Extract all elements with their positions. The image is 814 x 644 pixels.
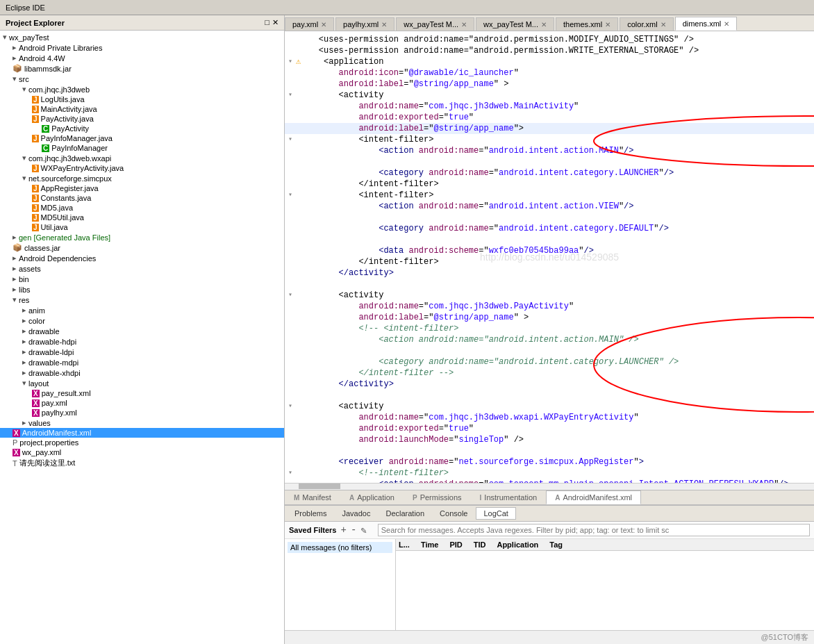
bottom-tab-application[interactable]: AApplication (340, 490, 404, 504)
tree-label-android-44w: Android 4.4W (19, 54, 65, 63)
tree-item-classes[interactable]: 📦classes.jar (0, 242, 284, 253)
tree-view[interactable]: ▾wx_payTest▸Android Private Libraries▸An… (0, 31, 284, 644)
tree-item-android-private[interactable]: ▸Android Private Libraries (0, 42, 284, 53)
logcat-col-header-app: Application (497, 540, 549, 549)
close-icon[interactable]: ✕ (272, 18, 279, 27)
tree-item-WXPayEntryActivity[interactable]: JWXPayEntryActivity.java (0, 163, 284, 173)
tree-item-wx_pay_xml[interactable]: Xwx_pay.xml (0, 447, 284, 457)
collapse-btn[interactable]: ▾ (285, 401, 296, 412)
tree-item-drawable-ldpi[interactable]: ▸drawable-ldpi (0, 347, 284, 357)
tree-label-assets: assets (19, 265, 41, 273)
tree-item-drawable[interactable]: ▸drawable (0, 326, 284, 336)
bottom-tab-permissions[interactable]: PPermissions (404, 490, 471, 504)
editor-tab-pay_xml[interactable]: pay.xml✕ (285, 17, 334, 31)
tab-close-wx_paytest_m1[interactable]: ✕ (461, 21, 467, 28)
tree-item-pay_xml[interactable]: Xpay.xml (0, 398, 284, 408)
tree-item-MainActivity[interactable]: JMainActivity.java (0, 104, 284, 114)
collapse-btn[interactable]: ▾ (285, 290, 296, 301)
tree-item-PayInfoManager_class[interactable]: CPayInfoManager (0, 143, 284, 153)
tree-item-drawable-xhdpi[interactable]: ▸drawable-xhdpi (0, 368, 284, 378)
tree-item-LogUtils[interactable]: JLogUtils.java (0, 94, 284, 104)
code-text: <category android:name="android.intent.c… (296, 356, 679, 368)
editor-tab-themes_xml[interactable]: themes.xml✕ (556, 17, 618, 31)
tree-item-AndroidManifest[interactable]: XAndroidManifest.xml (0, 428, 284, 438)
tree-label-gen: gen [Generated Java Files] (19, 233, 110, 242)
remove-filter-btn[interactable]: - (351, 525, 356, 536)
tree-item-drawable-hdpi[interactable]: ▸drawable-hdpi (0, 336, 284, 347)
editor-tab-paylhy_xml[interactable]: paylhy.xml✕ (335, 17, 394, 31)
logcat-tab-logcat[interactable]: LogCat (476, 507, 515, 520)
tree-item-Util[interactable]: JUtil.java (0, 222, 284, 232)
tab-close-themes_xml[interactable]: ✕ (605, 21, 610, 28)
logcat-search-input[interactable] (378, 524, 810, 536)
bottom-tabs[interactable]: MManifestAApplicationPPermissionsIInstru… (285, 490, 814, 505)
tree-item-readme[interactable]: T请先阅读这里.txt (0, 457, 284, 469)
tree-item-drawable-mdpi[interactable]: ▸drawable-mdpi (0, 357, 284, 368)
tree-item-PayInfoManager_java[interactable]: JPayInfoManager.java (0, 133, 284, 143)
logcat-tab-declaration[interactable]: Declaration (379, 508, 431, 519)
editor-tab-wx_paytest_m2[interactable]: wx_payTest M...✕ (476, 17, 554, 31)
bottom-tab-manifest[interactable]: MManifest (285, 490, 340, 504)
tree-item-anim[interactable]: ▸anim (0, 305, 284, 315)
bottom-tab-instrumentation[interactable]: IInstrumentation (471, 490, 547, 504)
tab-close-paylhy_xml[interactable]: ✕ (381, 21, 387, 28)
collapse-btn[interactable]: ▾ (285, 90, 296, 101)
logcat-col-header-pid: PID (449, 540, 473, 549)
code-line (285, 390, 814, 401)
tab-close-dimens_xml[interactable]: ✕ (724, 20, 729, 28)
tree-item-values[interactable]: ▸values (0, 418, 284, 428)
tree-item-net.sourceforge.simcpux[interactable]: ▾net.sourceforge.simcpux (0, 173, 284, 183)
minimize-icon[interactable]: □ (265, 18, 269, 27)
collapse-btn[interactable]: ▾ (285, 134, 296, 145)
tree-icon-WXPayEntryActivity: J (32, 165, 39, 172)
tree-item-libs[interactable]: ▸libs (0, 284, 284, 295)
tree-item-com.jhqc.jh3dweb.wxapi[interactable]: ▾com.jhqc.jh3dweb.wxapi (0, 153, 284, 163)
tree-item-android-deps[interactable]: ▸Android Dependencies (0, 253, 284, 263)
tree-item-wx_paytest[interactable]: ▾wx_payTest (0, 32, 284, 42)
tree-item-src[interactable]: ▾src (0, 74, 284, 84)
tree-item-layout[interactable]: ▾layout (0, 378, 284, 388)
tree-item-pay_result[interactable]: Xpay_result.xml (0, 388, 284, 398)
tree-item-Constants[interactable]: JConstants.java (0, 193, 284, 203)
tab-close-pay_xml[interactable]: ✕ (321, 21, 326, 28)
tree-item-android-44w[interactable]: ▸Android 4.4W (0, 53, 284, 63)
tree-item-MD5Util[interactable]: JMD5Util.java (0, 213, 284, 222)
editor-tab-color_xml[interactable]: color.xml✕ (620, 17, 673, 31)
logcat-tab-javadoc[interactable]: Javadoc (335, 508, 377, 519)
logcat-tab-console[interactable]: Console (433, 508, 474, 519)
edit-filter-btn[interactable]: ✎ (360, 525, 366, 536)
all-messages-item[interactable]: All messages (no filters) (288, 542, 392, 553)
tree-item-PayActivity_java[interactable]: JPayActivity.java (0, 114, 284, 124)
tree-item-assets[interactable]: ▸assets (0, 263, 284, 274)
logcat-tab-problems[interactable]: Problems (288, 508, 333, 519)
tab-close-wx_paytest_m2[interactable]: ✕ (541, 21, 547, 28)
tree-item-paylhy_xml[interactable]: Xpaylhy.xml (0, 408, 284, 418)
tree-item-libammsdk[interactable]: 📦libammsdk.jar (0, 63, 284, 74)
tree-item-MD5[interactable]: JMD5.java (0, 203, 284, 213)
horizontal-scrollbar[interactable] (285, 483, 814, 490)
collapse-btn[interactable]: ▾ (285, 190, 296, 201)
code-text: android:label="@string/app_name" > (296, 312, 529, 323)
tree-item-bin[interactable]: ▸bin (0, 274, 284, 284)
collapse-btn[interactable]: ▾ (285, 468, 296, 479)
tree-item-PayActivity_class[interactable]: CPayActivity (0, 124, 284, 133)
code-text: <category android:name="android.intent.c… (296, 167, 674, 179)
tree-item-AppRegister[interactable]: JAppRegister.java (0, 183, 284, 193)
editor-tab-bar[interactable]: pay.xml✕paylhy.xml✕wx_payTest M...✕wx_pa… (285, 15, 814, 31)
editor-tab-dimens_xml[interactable]: dimens.xml✕ (675, 17, 738, 31)
tree-item-res[interactable]: ▾res (0, 295, 284, 305)
tree-item-project_properties[interactable]: Pproject.properties (0, 438, 284, 447)
tree-item-gen[interactable]: ▸gen [Generated Java Files] (0, 232, 284, 242)
logcat-tabs[interactable]: ProblemsJavadocDeclarationConsoleLogCat (285, 506, 814, 522)
editor-tab-wx_paytest_m1[interactable]: wx_payTest M...✕ (396, 17, 474, 31)
bottom-tab-androidmanifest[interactable]: AAndroidManifest.xml (546, 490, 641, 504)
collapse-btn[interactable]: ▾ (285, 56, 296, 67)
tree-item-color[interactable]: ▸color (0, 315, 284, 326)
add-filter-btn[interactable]: + (340, 525, 346, 536)
code-text: <!-- <intent-filter> (296, 323, 458, 334)
logcat-search[interactable] (378, 524, 810, 536)
code-area[interactable]: <uses-permission android:name="android.p… (285, 31, 814, 483)
tree-item-com.jhqc.jh3dweb[interactable]: ▾com.jhqc.jh3dweb (0, 84, 284, 94)
tab-close-color_xml[interactable]: ✕ (661, 21, 666, 28)
bottom-tab-icon-androidmanifest: A (555, 494, 560, 502)
